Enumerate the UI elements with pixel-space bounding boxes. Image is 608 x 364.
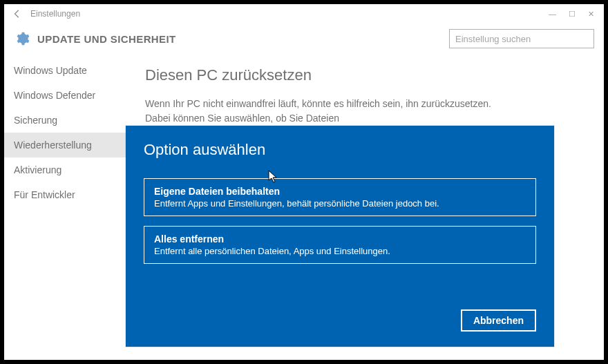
close-button[interactable]: ✕	[588, 10, 594, 19]
sidebar-item-aktivierung[interactable]: Aktivierung	[4, 157, 129, 182]
sidebar-item-wiederherstellung[interactable]: Wiederherstellung	[4, 133, 129, 157]
content-heading: Diesen PC zurücksetzen	[145, 66, 587, 84]
titlebar: Einstellungen — ☐ ✕	[4, 4, 604, 23]
cancel-button[interactable]: Abbrechen	[461, 309, 536, 332]
back-button[interactable]	[10, 9, 25, 19]
sidebar-item-windows-defender[interactable]: Windows Defender	[4, 83, 129, 108]
window-controls: — ☐ ✕	[549, 10, 598, 19]
page-header: UPDATE UND SICHERHEIT	[4, 23, 604, 58]
sidebar-item-sicherung[interactable]: Sicherung	[4, 108, 129, 133]
sidebar-item-fuer-entwickler[interactable]: Für Entwickler	[4, 182, 129, 207]
settings-window: Einstellungen — ☐ ✕ UPDATE UND SICHERHEI…	[4, 4, 604, 360]
search-input[interactable]	[449, 29, 594, 48]
option-desc: Entfernt alle persönlichen Dateien, Apps…	[154, 246, 526, 256]
option-title: Alles entfernen	[154, 233, 526, 245]
option-title: Eigene Dateien beibehalten	[154, 186, 526, 197]
dialog-title: Option auswählen	[144, 141, 536, 159]
window-title: Einstellungen	[30, 9, 80, 19]
search-box	[449, 29, 594, 48]
sidebar: Windows Update Windows Defender Sicherun…	[4, 58, 129, 356]
sidebar-item-windows-update[interactable]: Windows Update	[4, 58, 129, 83]
content-paragraph: Wenn Ihr PC nicht einwandfrei läuft, kön…	[145, 97, 504, 126]
maximize-button[interactable]: ☐	[569, 10, 576, 19]
page-title: UPDATE UND SICHERHEIT	[37, 33, 176, 45]
option-keep-files[interactable]: Eigene Dateien beibehalten Entfernt Apps…	[144, 178, 536, 216]
minimize-button[interactable]: —	[549, 10, 556, 19]
option-desc: Entfernt Apps und Einstellungen, behält …	[154, 198, 526, 209]
arrow-left-icon	[12, 9, 22, 19]
option-remove-everything[interactable]: Alles entfernen Entfernt alle persönlich…	[144, 226, 536, 264]
gear-icon	[14, 30, 30, 47]
reset-dialog: Option auswählen Eigene Dateien beibehal…	[126, 126, 554, 347]
